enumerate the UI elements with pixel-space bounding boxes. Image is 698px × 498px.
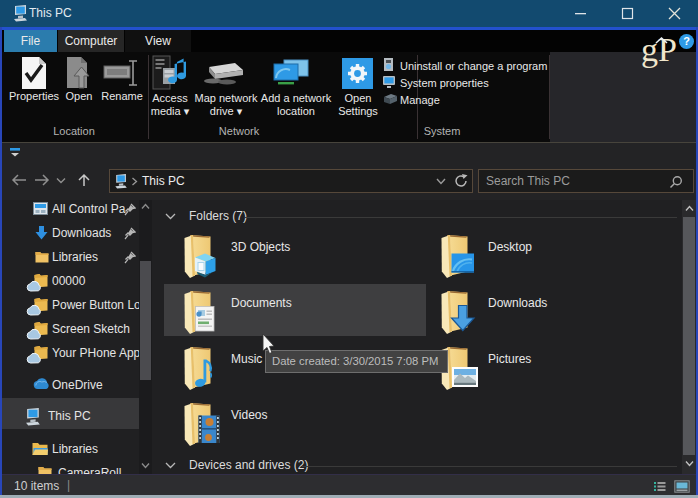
svg-text:?: ?: [683, 35, 690, 47]
